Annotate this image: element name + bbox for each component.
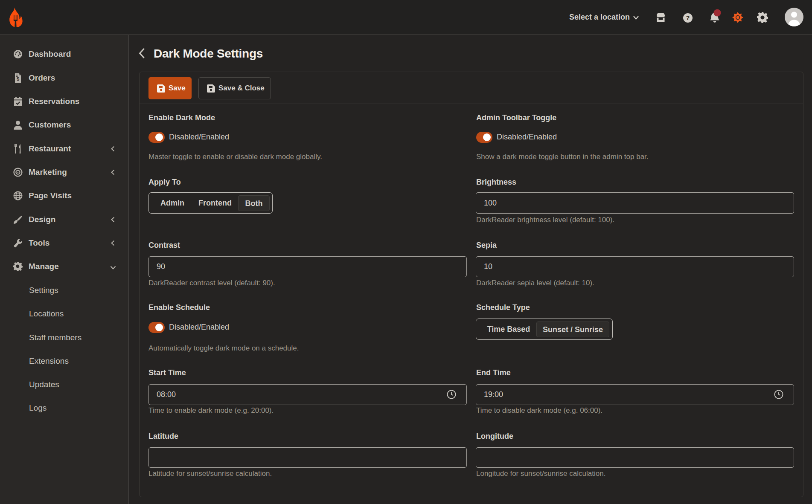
svg-text:$: $ bbox=[17, 76, 19, 81]
svg-text:?: ? bbox=[686, 14, 690, 21]
